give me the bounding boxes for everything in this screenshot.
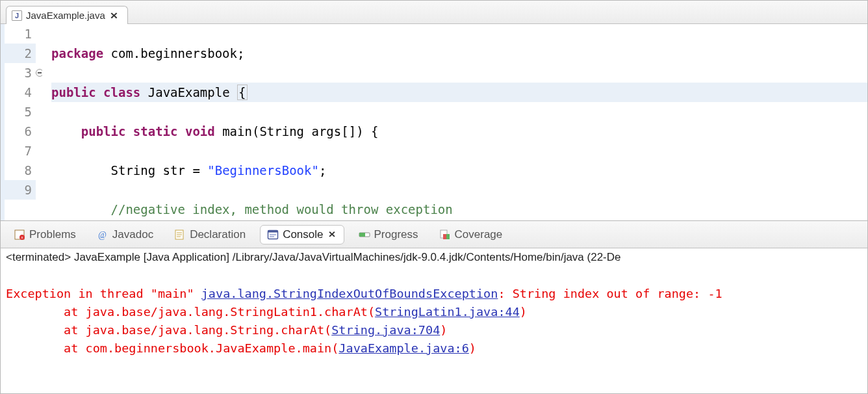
java-file-icon: J (12, 10, 22, 21)
tab-declaration[interactable]: Declaration (168, 226, 252, 244)
close-icon[interactable]: ✕ (108, 10, 120, 21)
code-line: public static void main(String args[]) { (51, 122, 867, 141)
tab-label: Declaration (190, 228, 246, 241)
console-launch-header: <terminated> JavaExample [Java Applicati… (1, 248, 867, 265)
line-number: 2 (5, 44, 36, 63)
line-number: 6 (5, 122, 36, 141)
problems-icon: x (14, 229, 25, 241)
editor-tabbar: J JavaExample.java ✕ (1, 1, 867, 24)
console-line: Exception in thread "main" java.lang.Str… (6, 287, 722, 300)
tab-javadoc[interactable]: @ Javadoc (90, 226, 160, 244)
editor-tab-filename: JavaExample.java (26, 10, 105, 21)
tab-label: Console (283, 228, 323, 241)
tab-console[interactable]: Console ✕ (260, 225, 344, 244)
javadoc-icon: @ (97, 229, 108, 241)
line-number: 5 (5, 102, 36, 122)
line-number: 9 (5, 180, 36, 200)
console-line: at java.base/java.lang.StringLatin1.char… (6, 305, 527, 319)
close-icon[interactable]: ✕ (327, 230, 338, 239)
line-number: 8 (5, 161, 36, 180)
console-line: at com.beginnersbook.JavaExample.main(Ja… (6, 341, 476, 355)
coverage-icon (439, 229, 451, 241)
bottom-panel: x Problems @ Javadoc Declaration Console… (0, 221, 868, 394)
stacktrace-link[interactable]: JavaExample.java:6 (338, 341, 468, 355)
tab-label: Progress (374, 228, 418, 241)
svg-text:x: x (21, 235, 23, 239)
console-icon (267, 229, 279, 241)
line-number: 1 (5, 24, 36, 44)
code-line: package com.beginnersbook; (51, 44, 867, 63)
line-number: 7 (5, 141, 36, 161)
line-number: 3 (5, 63, 36, 83)
code-editor[interactable]: 1 2 3 4 5 6 7 8 9 package com.beginnersb… (1, 24, 867, 220)
svg-rect-6 (268, 230, 278, 232)
tab-progress[interactable]: Progress (352, 226, 425, 244)
stacktrace-link[interactable]: String.java:704 (331, 323, 440, 337)
declaration-icon (174, 229, 186, 241)
stacktrace-link[interactable]: StringLatin1.java:44 (375, 305, 520, 319)
svg-text:@: @ (98, 230, 107, 240)
code-body[interactable]: package com.beginnersbook; public class … (42, 24, 867, 220)
svg-rect-8 (359, 233, 365, 237)
tab-coverage[interactable]: Coverage (433, 226, 509, 244)
tab-label: Javadoc (112, 228, 153, 241)
editor-tab-javaexample[interactable]: J JavaExample.java ✕ (6, 6, 128, 24)
code-line: public class JavaExample { (51, 83, 867, 102)
tab-label: Coverage (455, 228, 503, 241)
tab-label: Problems (29, 228, 76, 241)
progress-icon (359, 229, 370, 241)
console-line: at java.base/java.lang.String.charAt(Str… (6, 323, 447, 337)
console-output[interactable]: Exception in thread "main" java.lang.Str… (1, 265, 867, 377)
line-number-gutter: 1 2 3 4 5 6 7 8 9 (1, 24, 42, 220)
line-number: 4 (5, 83, 36, 102)
code-line: String str = "BeginnersBook"; (51, 161, 867, 180)
code-line: //negative index, method would throw exc… (51, 200, 867, 219)
bottom-tabbar: x Problems @ Javadoc Declaration Console… (1, 221, 867, 248)
exception-class-link[interactable]: java.lang.StringIndexOutOfBoundsExceptio… (201, 287, 498, 300)
editor-panel: J JavaExample.java ✕ 1 2 3 4 5 6 7 8 9 p… (0, 0, 868, 221)
svg-rect-11 (443, 234, 446, 239)
tab-problems[interactable]: x Problems (7, 226, 83, 244)
